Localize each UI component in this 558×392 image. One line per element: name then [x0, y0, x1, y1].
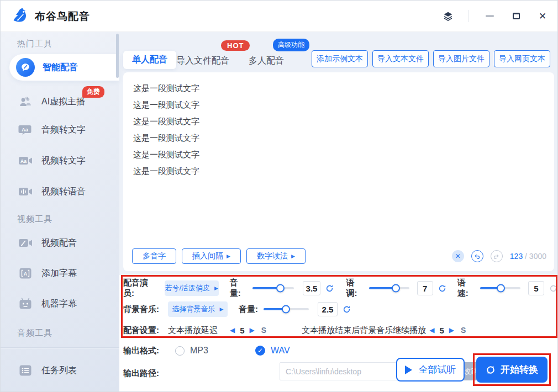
voice-actor-value: 若兮/活泼俏皮 [165, 283, 210, 293]
slider-thumb[interactable] [392, 284, 400, 293]
editor-line[interactable]: 这是一段测试文字 [133, 97, 544, 113]
minimize-button[interactable] [483, 10, 496, 22]
editor-line[interactable]: 这是一段测试文字 [133, 146, 544, 163]
voice-actor-select[interactable]: 若兮/活泼俏皮 ▶ [165, 280, 219, 296]
reset-music-volume-icon[interactable] [343, 305, 351, 314]
editor-lines[interactable]: 这是一段测试文字 这是一段测试文字 这是一段测试文字 这是一段测试文字 这是一段… [133, 80, 544, 179]
delay-decrease-icon[interactable]: ◀ [230, 326, 235, 334]
caret-right-icon: ▶ [214, 285, 218, 291]
editor-line[interactable]: 这是一段测试文字 [133, 113, 544, 130]
tab-single-dubbing[interactable]: 单人配音 [123, 51, 176, 69]
char-counter: 123 / 3000 [510, 252, 546, 261]
voice-volume-slider[interactable] [252, 287, 293, 289]
music-volume-slider[interactable] [264, 308, 309, 310]
close-button[interactable]: ✕ [536, 10, 549, 22]
sidebar-item-add-subtitle[interactable]: A 添加字幕 [1, 263, 119, 284]
char-count-max: 3000 [529, 252, 546, 261]
music-volume-value[interactable]: 2.5 [318, 302, 338, 316]
sidebar-item-label: 视频配音 [41, 237, 77, 249]
clear-text-icon[interactable]: ✕ [452, 250, 464, 262]
output-path-row: 输出路径: 更改路径 [123, 362, 433, 380]
svg-text:Aa: Aa [20, 158, 27, 164]
reset-speed-icon[interactable] [549, 284, 557, 293]
output-path-label: 输出路径: [123, 368, 159, 379]
sidebar-item-smart-dubbing[interactable]: 智能配音 [9, 54, 119, 81]
layers-icon[interactable] [442, 10, 454, 22]
slider-thumb[interactable] [497, 284, 505, 293]
add-subtitle-icon: A [18, 267, 33, 279]
app-title: 布谷鸟配音 [35, 9, 90, 24]
sidebar-divider [1, 347, 119, 348]
preview-all-button[interactable]: 全部试听 [396, 358, 465, 382]
undo-icon[interactable] [471, 250, 483, 262]
sidebar-scrollbar-thumb[interactable] [116, 34, 119, 78]
editor-line[interactable]: 这是一段测试文字 [133, 163, 544, 179]
editor-line[interactable]: 这是一段测试文字 [133, 80, 544, 97]
sidebar-item-audio-to-text[interactable]: Aa 音频转文字 [1, 119, 119, 140]
convert-icon [486, 365, 496, 375]
sidebar-item-ai-virtual-host[interactable]: AI虚拟主播 免费 [1, 91, 119, 112]
import-text-file-button[interactable]: 导入文本文件 [372, 50, 429, 67]
titlebar-separator [468, 10, 469, 22]
char-count-separator: / [523, 252, 529, 261]
voice-actor-label: 配音演员: [123, 278, 156, 299]
pitch-value[interactable]: 7 [417, 281, 433, 295]
continue-decrease-icon[interactable]: ◀ [429, 326, 434, 334]
editor-line[interactable]: 这是一段测试文字 [133, 130, 544, 146]
sidebar-item-video-to-speech[interactable]: 视频转语音 [1, 181, 119, 202]
app-logo-bird-icon [12, 7, 29, 27]
editor-toolbar: 多音字 插入间隔 ▶ 数字读法 ▶ ✕ [132, 248, 546, 264]
sidebar-item-video-to-text[interactable]: Aa 视频转文字 [1, 150, 119, 171]
sidebar-item-label: 视频转语音 [41, 186, 86, 198]
sidebar-item-label: 添加字幕 [41, 268, 77, 279]
slider-thumb[interactable] [276, 284, 285, 293]
number-reading-button[interactable]: 数字读法 ▶ [246, 248, 306, 264]
video-to-speech-icon [18, 186, 33, 198]
sidebar-item-video-dubbing[interactable]: 视频配音 [1, 232, 119, 253]
sidebar-item-label: 音频转文字 [41, 124, 86, 136]
titlebar: 布谷鸟配音 ✕ [1, 1, 557, 32]
speed-slider[interactable] [480, 287, 520, 289]
output-format-label: 输出格式: [123, 346, 159, 356]
volume-label: 音量: [230, 278, 248, 299]
sidebar-item-machine-subtitle[interactable]: 机器字幕 [1, 293, 119, 314]
svg-text:Aa: Aa [22, 127, 28, 133]
import-image-file-button[interactable]: 导入图片文件 [433, 50, 489, 67]
window-controls: ✕ [442, 1, 549, 31]
tab-multi-dubbing[interactable]: 多人配音 [249, 55, 284, 67]
import-web-text-button[interactable]: 导入网页文本 [494, 50, 550, 67]
redo-icon[interactable] [491, 250, 503, 262]
text-editor[interactable]: 这是一段测试文字 这是一段测试文字 这是一段测试文字 这是一段测试文字 这是一段… [123, 72, 554, 271]
mp3-radio[interactable] [175, 346, 185, 356]
continue-increase-icon[interactable]: ▶ [449, 326, 454, 334]
sidebar-item-label: 智能配音 [43, 62, 78, 73]
start-convert-label: 开始转换 [501, 363, 538, 376]
polyphonic-label: 多音字 [143, 251, 166, 261]
video-dubbing-icon [18, 237, 33, 249]
background-music-select[interactable]: 选择背景音乐 ▶ [168, 301, 228, 317]
pitch-slider[interactable] [369, 287, 409, 289]
sidebar-section-video-tools: 视频工具 [17, 214, 52, 225]
speed-value[interactable]: 5 [528, 281, 544, 295]
maximize-button[interactable] [510, 10, 522, 22]
reset-pitch-icon[interactable] [438, 284, 446, 293]
number-reading-label: 数字读法 [257, 251, 288, 261]
delay-increase-icon[interactable]: ▶ [250, 326, 255, 334]
insert-pause-button[interactable]: 插入间隔 ▶ [182, 248, 241, 264]
slider-thumb[interactable] [282, 305, 290, 314]
start-convert-button[interactable]: 开始转换 [476, 357, 548, 383]
voice-volume-value[interactable]: 3.5 [303, 281, 321, 295]
sidebar-item-label: AI虚拟主播 [41, 96, 85, 108]
reset-volume-icon[interactable] [325, 284, 334, 293]
pitch-label: 语调: [346, 278, 364, 299]
sidebar-item-task-list[interactable]: 任务列表 [1, 360, 119, 381]
wav-radio-checked[interactable]: ✓ [255, 346, 265, 356]
delay-unit: S [261, 326, 266, 335]
svg-text:A: A [24, 271, 28, 277]
polyphonic-button[interactable]: 多音字 [132, 248, 176, 264]
add-sample-text-button[interactable]: 添加示例文本 [312, 50, 368, 67]
tab-import-file-dubbing[interactable]: 导入文件配音 [176, 55, 229, 67]
audio-to-text-icon: Aa [18, 124, 33, 136]
char-count-current: 123 [510, 252, 523, 261]
music-volume-label: 音量: [239, 304, 258, 315]
